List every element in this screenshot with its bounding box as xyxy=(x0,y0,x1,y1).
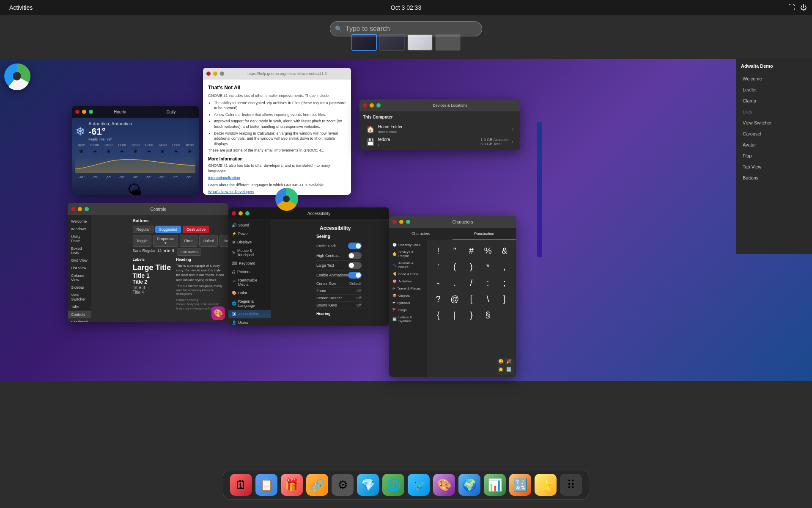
disk-usage-icon[interactable]: 📊 xyxy=(484,474,506,496)
char-section[interactable]: § xyxy=(480,307,496,323)
chars-cat-recently-used[interactable]: 🕐 Recently Used xyxy=(389,241,427,248)
activities-button[interactable]: Activities xyxy=(5,3,37,13)
toggle-high-contrast[interactable] xyxy=(348,252,362,259)
gnome-min-btn[interactable] xyxy=(213,72,217,76)
controls-close-btn[interactable] xyxy=(71,207,75,211)
gnome-max-btn[interactable] xyxy=(220,72,224,76)
char-question[interactable]: ? xyxy=(431,291,446,306)
settings-color[interactable]: 🎨Color xyxy=(228,289,271,297)
char-dash[interactable]: - xyxy=(431,275,446,290)
adwaita-view-switcher[interactable]: View Switcher xyxy=(736,117,812,128)
adwaita-lists[interactable]: Lists xyxy=(736,106,812,117)
settings-printers[interactable]: 🖨Printers xyxy=(228,268,271,276)
controls-sidebar-controls[interactable]: Controls xyxy=(68,311,91,318)
adwaita-tab-view[interactable]: Tab View xyxy=(736,161,812,172)
char-exclamation[interactable]: ! xyxy=(431,243,446,258)
files-home-folder[interactable]: 🏠 Home Folder/home/Music › xyxy=(363,123,517,135)
dock-bing[interactable]: 💎 xyxy=(357,474,379,496)
cawbird-icon[interactable]: 🐦 xyxy=(408,474,430,496)
char-open-bracket[interactable]: [ xyxy=(464,291,479,306)
chars-cat-food[interactable]: 🍕 Food & Drink xyxy=(389,271,427,278)
text-editor-icon[interactable]: 📋 xyxy=(255,474,277,496)
char-colon[interactable]: : xyxy=(480,275,496,290)
adwaita-welcome[interactable]: Welcome xyxy=(736,73,812,84)
settings-region[interactable]: 🌐Region & Language xyxy=(228,297,271,310)
settings-mouse[interactable]: 🖱Mouse & Touchpad xyxy=(228,246,271,259)
btn-destructive[interactable]: Destructive xyxy=(183,226,209,233)
chars-cat-symbols[interactable]: ❤ Symbols xyxy=(389,299,427,306)
adwaita-carousel[interactable]: Carousel xyxy=(736,128,812,139)
char-close-paren[interactable]: ) xyxy=(464,259,479,274)
search-input[interactable] xyxy=(330,21,482,36)
adwaita-leaflet[interactable]: Leaflet xyxy=(736,84,812,95)
toggle-animations[interactable] xyxy=(348,272,362,279)
char-period[interactable]: . xyxy=(447,275,462,290)
char-quote[interactable]: " xyxy=(447,243,462,258)
settings-close-btn[interactable] xyxy=(232,211,236,215)
settings-max-btn[interactable] xyxy=(245,211,250,215)
window-max-btn[interactable] xyxy=(89,110,93,114)
settings-removable[interactable]: 📱Removable Media xyxy=(228,276,271,289)
controls-sidebar-feedback[interactable]: Feedback xyxy=(68,318,91,322)
files-fedora[interactable]: 💾 fedora/ 1.0 GB Available5.0 GB Total › xyxy=(363,135,517,148)
char-open-brace[interactable]: { xyxy=(431,307,446,323)
chars-cat-smileys[interactable]: 😊 Smileys & People xyxy=(389,248,427,260)
char-comma[interactable]: , xyxy=(497,259,512,274)
controls-sidebar-welcome[interactable]: Welcome xyxy=(68,218,91,225)
chars-cat-travel[interactable]: ✈ Travel & Places xyxy=(389,285,427,292)
char-apostrophe[interactable]: ' xyxy=(431,259,446,274)
chars-cat-flags[interactable]: 🚩 Flags xyxy=(389,306,427,314)
chars-cat-letters[interactable]: 🔤 Letters & Symbols xyxy=(389,314,427,325)
app-grid-icon[interactable]: ⠿ xyxy=(560,474,582,496)
controls-sidebar-tabs[interactable]: Tabs xyxy=(68,303,91,311)
chars-cat-objects[interactable]: 📦 Objects xyxy=(389,292,427,299)
dock-connections[interactable]: 🔗 xyxy=(306,474,328,496)
settings-users[interactable]: 👤Users xyxy=(228,318,271,326)
dock-missioncenter[interactable]: ⭐ xyxy=(535,474,557,496)
btn-toggle[interactable]: Toggle xyxy=(133,235,152,247)
char-ampersand[interactable]: & xyxy=(497,243,512,258)
toggle-large-text[interactable] xyxy=(348,262,362,269)
network-icon[interactable]: ⛶ xyxy=(788,4,795,11)
software-icon[interactable]: 🎁 xyxy=(281,474,303,496)
controls-sidebar-view-switcher[interactable]: View Switcher xyxy=(68,291,91,303)
char-semicolon[interactable]: ; xyxy=(497,275,512,290)
controls-sidebar-boxed[interactable]: Boxed Lists xyxy=(68,245,91,257)
char-open-paren[interactable]: ( xyxy=(447,259,462,274)
files-min-btn[interactable] xyxy=(370,103,374,108)
chars-min-btn[interactable] xyxy=(399,220,403,224)
adwaita-buttons[interactable]: Buttons xyxy=(736,172,812,183)
chars-cat-animals[interactable]: 🐾 Animals & Nature xyxy=(389,260,427,271)
controls-sidebar-utility[interactable]: Utility Pane xyxy=(68,233,91,245)
adwaita-avatar[interactable]: Avatar xyxy=(736,139,812,150)
controls-sidebar-sidebar[interactable]: Sidebar xyxy=(68,284,91,291)
files-close-btn[interactable] xyxy=(363,103,367,108)
adwaita-flap[interactable]: Flap xyxy=(736,150,812,161)
char-close-bracket[interactable]: ] xyxy=(497,291,512,306)
dock-maps[interactable]: 🌐 xyxy=(382,474,404,496)
settings-min-btn[interactable] xyxy=(239,211,243,215)
files-max-btn[interactable] xyxy=(376,103,381,108)
calendar-icon[interactable]: 🗓 xyxy=(230,474,252,496)
char-asterisk[interactable]: * xyxy=(480,259,496,274)
dock-text-editor[interactable]: 📋 xyxy=(255,474,277,496)
settings-accessibility[interactable]: ♿Accessibility xyxy=(228,310,271,318)
btn-buttons[interactable]: Buttons xyxy=(219,235,228,247)
dock-software[interactable]: 🎁 xyxy=(281,474,303,496)
missioncenter-icon[interactable]: ⭐ xyxy=(535,474,557,496)
window-min-btn[interactable] xyxy=(82,110,86,114)
controls-max-btn[interactable] xyxy=(85,207,89,211)
controls-sidebar-column[interactable]: Column View xyxy=(68,272,91,284)
dock-disk-usage[interactable]: 📊 xyxy=(484,474,506,496)
settings-keyboard[interactable]: ⌨Keyboard xyxy=(228,259,271,268)
btn-suggested[interactable]: Suggested xyxy=(155,226,181,233)
controls-min-btn[interactable] xyxy=(78,207,82,211)
char-percent[interactable]: % xyxy=(480,243,496,258)
settings-icon[interactable]: ⚙ xyxy=(332,474,354,496)
btn-regular[interactable]: Regular xyxy=(133,226,154,233)
link-button[interactable]: Link Button xyxy=(177,248,201,256)
gradience-icon[interactable]: 🎨 xyxy=(433,474,455,496)
settings-sound[interactable]: 🔊Sound xyxy=(228,221,271,229)
btn-dropdown[interactable]: Dropdown ▾ xyxy=(153,235,178,247)
char-at[interactable]: @ xyxy=(447,291,462,306)
